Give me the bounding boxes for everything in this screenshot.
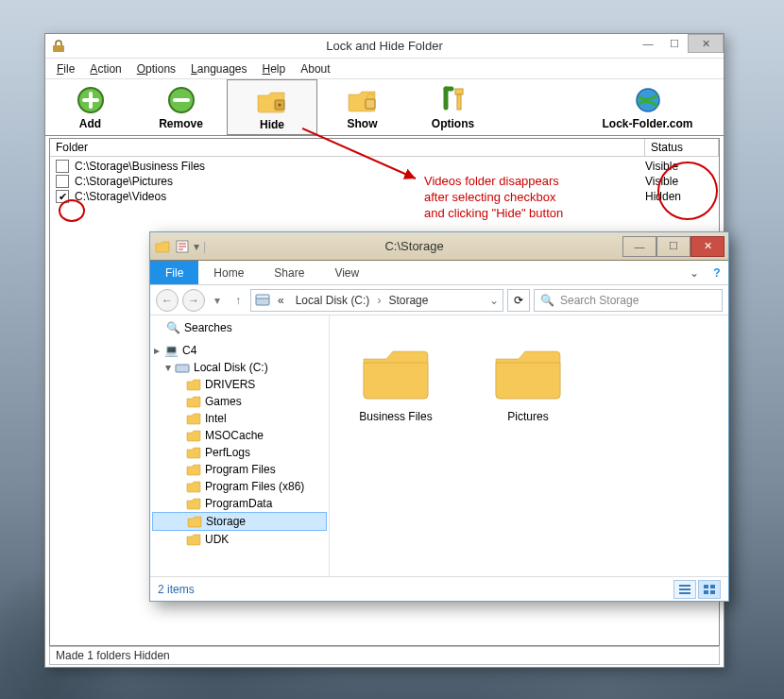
address-bar[interactable]: « Local Disk (C:) › Storage ⌄: [250, 289, 503, 312]
options-button[interactable]: Options: [408, 79, 499, 135]
close-button[interactable]: ✕: [688, 34, 724, 53]
folder-icon: [186, 394, 201, 409]
folder-icon: [186, 479, 201, 494]
qat-down-icon[interactable]: ▾: [194, 240, 199, 253]
maximize-button[interactable]: ☐: [661, 34, 688, 53]
exp-minimize-button[interactable]: —: [622, 236, 656, 257]
tree-folder[interactable]: Intel: [152, 410, 327, 427]
folder-icon: [186, 496, 201, 511]
folder-unlock-icon: [317, 83, 407, 117]
menu-action[interactable]: Action: [84, 62, 127, 76]
menu-options[interactable]: Options: [131, 62, 181, 76]
explorer-window: ▾ | C:\Storage — ☐ ✕ File Home Share Vie…: [149, 231, 729, 602]
drive-icon: [255, 294, 270, 307]
tab-share[interactable]: Share: [259, 261, 319, 284]
tab-file[interactable]: File: [150, 261, 198, 284]
list-item[interactable]: ✔ C:\Storage\Videos Hidden: [50, 189, 719, 204]
checkbox-checked[interactable]: ✔: [56, 190, 69, 203]
minus-icon: [136, 83, 226, 117]
svg-rect-0: [53, 45, 64, 52]
tree-folder[interactable]: Storage: [152, 512, 327, 531]
search-input[interactable]: 🔍 Search Storage: [534, 289, 723, 312]
list-item[interactable]: C:\Storage\Business Files Visible: [50, 159, 719, 174]
svg-rect-5: [366, 99, 375, 109]
svg-rect-12: [256, 295, 269, 298]
tree-folder[interactable]: Games: [152, 393, 327, 410]
menu-languages[interactable]: Languages: [185, 62, 252, 76]
folder-lock-icon: [228, 84, 316, 118]
window-title: Lock and Hide Folder: [326, 39, 443, 53]
item-count: 2 items: [158, 583, 195, 596]
statusbar: Made 1 folders Hidden: [49, 646, 720, 665]
ribbon-tabs: File Home Share View ⌄ ?: [150, 261, 728, 285]
menu-about[interactable]: About: [295, 62, 335, 76]
exp-close-button[interactable]: ✕: [690, 236, 724, 257]
ribbon-expand-icon[interactable]: ⌄: [683, 261, 706, 284]
tree-folder[interactable]: DRIVERS: [152, 376, 327, 393]
search-icon: 🔍: [540, 294, 554, 307]
tree-folder[interactable]: Program Files: [152, 461, 327, 478]
svg-rect-6: [455, 89, 463, 94]
explorer-titlebar[interactable]: ▾ | C:\Storage — ☐ ✕: [150, 232, 728, 261]
list-item[interactable]: C:\Storage\Pictures Visible: [50, 174, 719, 189]
folder-icon: [481, 334, 575, 410]
show-button[interactable]: Show: [317, 79, 408, 135]
tree-searches[interactable]: 🔍 Searches: [152, 319, 327, 336]
help-icon[interactable]: ?: [706, 261, 728, 284]
search-folder-icon: 🔍: [165, 320, 180, 335]
checkbox[interactable]: [56, 175, 69, 188]
tree-folder[interactable]: Program Files (x86): [152, 478, 327, 495]
qat-properties-icon[interactable]: [175, 239, 190, 254]
folder-icon: [186, 445, 201, 460]
navbar: ← → ▾ ↑ « Local Disk (C:) › Storage ⌄ ⟳ …: [150, 285, 728, 315]
nav-pane[interactable]: 🔍 Searches ▸ 💻 C4 ▾ Local Disk (C:) DRIV…: [150, 315, 330, 576]
folder-item[interactable]: Business Files: [349, 334, 443, 423]
hide-button[interactable]: Hide: [227, 79, 317, 135]
col-folder[interactable]: Folder: [50, 139, 645, 156]
remove-button[interactable]: Remove: [136, 79, 227, 135]
folder-icon: [349, 334, 443, 410]
view-icons-button[interactable]: [698, 580, 721, 599]
svg-rect-16: [704, 590, 708, 594]
tree-folder[interactable]: PerfLogs: [152, 444, 327, 461]
chevron-down-icon[interactable]: ⌄: [489, 294, 499, 307]
explorer-statusbar: 2 items: [150, 576, 728, 601]
tab-view[interactable]: View: [319, 261, 374, 284]
titlebar[interactable]: Lock and Hide Folder — ☐ ✕: [45, 34, 724, 59]
plus-icon: [45, 83, 135, 117]
folder-icon: [186, 411, 201, 426]
folder-icon: [186, 428, 201, 443]
minimize-button[interactable]: —: [635, 34, 661, 53]
svg-rect-15: [710, 585, 715, 588]
tools-icon: [408, 83, 498, 117]
refresh-button[interactable]: ⟳: [507, 289, 530, 312]
toolbar: Add Remove Hide Show Options Lock-Folder…: [45, 79, 724, 136]
tree-disk[interactable]: ▾ Local Disk (C:): [152, 359, 327, 376]
add-button[interactable]: Add: [45, 79, 136, 135]
tree-folder[interactable]: ProgramData: [152, 495, 327, 512]
col-status[interactable]: Status: [645, 139, 719, 156]
tree-folder[interactable]: MSOCache: [152, 427, 327, 444]
tree-folder[interactable]: UDK: [152, 531, 327, 548]
recent-dropdown[interactable]: ▾: [209, 292, 226, 309]
folder-icon: [186, 377, 201, 392]
site-button[interactable]: Lock-Folder.com: [572, 79, 724, 135]
app-icon: [51, 39, 66, 54]
content-pane[interactable]: Business Files Pictures: [330, 315, 728, 576]
folder-item[interactable]: Pictures: [481, 334, 575, 423]
back-button[interactable]: ←: [156, 289, 179, 312]
menu-file[interactable]: File: [51, 62, 80, 76]
menu-help[interactable]: Help: [257, 62, 292, 76]
folder-icon: [154, 238, 171, 255]
svg-rect-7: [457, 94, 461, 110]
up-button[interactable]: ↑: [230, 292, 247, 309]
forward-button[interactable]: →: [182, 289, 205, 312]
computer-icon: 💻: [163, 343, 179, 358]
tab-home[interactable]: Home: [198, 261, 259, 284]
tree-computer[interactable]: ▸ 💻 C4: [152, 342, 327, 359]
checkbox[interactable]: [56, 160, 69, 173]
globe-icon: [572, 83, 723, 117]
exp-maximize-button[interactable]: ☐: [656, 236, 690, 257]
explorer-title: C:\Storage: [206, 239, 622, 253]
view-details-button[interactable]: [673, 580, 696, 599]
